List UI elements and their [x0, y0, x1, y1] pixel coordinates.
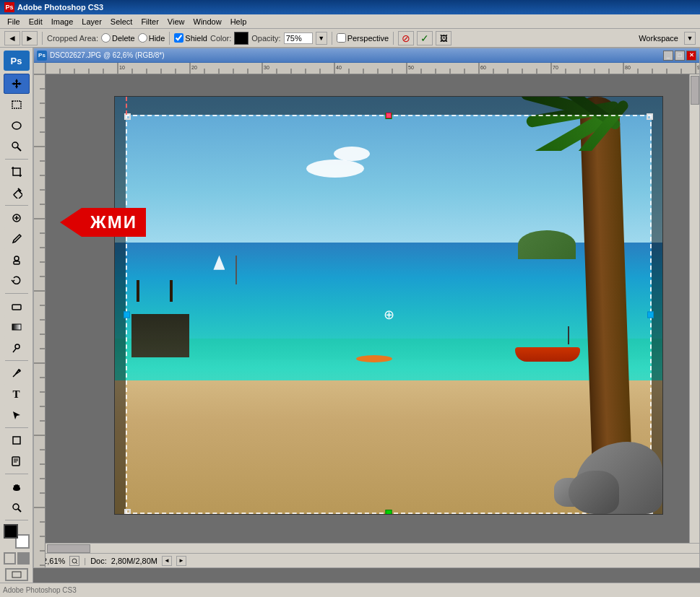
- tool-shape[interactable]: [4, 430, 30, 450]
- menu-window[interactable]: Window: [189, 16, 226, 27]
- crop-handle-image-top[interactable]: [386, 113, 392, 118]
- nav-left-icon[interactable]: ◄: [4, 31, 20, 45]
- status-next-btn[interactable]: ►: [176, 556, 186, 566]
- commit-button[interactable]: ✓: [417, 31, 433, 45]
- workspace-dropdown[interactable]: ▼: [684, 32, 696, 45]
- horizontal-scrollbar[interactable]: [46, 543, 699, 553]
- opacity-dropdown[interactable]: ▼: [316, 32, 327, 45]
- doc-size: 2,80M/2,80M: [111, 557, 157, 565]
- color-swatch[interactable]: [234, 32, 249, 45]
- sep2: [169, 32, 170, 45]
- v-scrollbar-thumb[interactable]: [691, 76, 699, 105]
- tool-clone-stamp[interactable]: [4, 250, 30, 270]
- shield-option[interactable]: Shield: [174, 33, 207, 43]
- title-bar: Ps Adobe Photoshop CS3: [0, 0, 700, 14]
- screen-toggle[interactable]: [5, 568, 28, 581]
- tool-gradient[interactable]: [4, 317, 30, 337]
- svg-line-31: [76, 562, 77, 564]
- color-label: Color:: [210, 34, 231, 43]
- tool-zoom[interactable]: [4, 497, 30, 518]
- vertical-scrollbar[interactable]: [689, 74, 699, 553]
- tool-crop[interactable]: [4, 162, 30, 182]
- pier-post1: [137, 280, 139, 302]
- svg-line-15: [13, 349, 16, 352]
- tool-path-select[interactable]: [4, 405, 30, 425]
- hide-radio[interactable]: [138, 33, 147, 43]
- tool-marquee[interactable]: [4, 95, 30, 115]
- cancel-button[interactable]: ⊘: [398, 31, 414, 45]
- h-scrollbar-thumb[interactable]: [47, 544, 90, 553]
- menu-edit[interactable]: Edit: [25, 16, 47, 27]
- tool-eyedropper[interactable]: [4, 183, 30, 203]
- perspective-checkbox[interactable]: [337, 33, 346, 43]
- menu-filter[interactable]: Filter: [137, 16, 163, 27]
- ruler-top: [46, 63, 699, 74]
- svg-line-4: [17, 147, 21, 151]
- delete-radio[interactable]: [101, 33, 111, 43]
- extra-icon[interactable]: 🖼: [436, 31, 451, 45]
- tool-move[interactable]: [4, 74, 30, 94]
- tool-sep1: [5, 159, 28, 160]
- main-area: Ps: [0, 48, 700, 583]
- menu-file[interactable]: File: [3, 16, 25, 27]
- doc-label: Doc:: [90, 557, 107, 565]
- foreground-color[interactable]: [4, 524, 18, 539]
- status-prev-btn[interactable]: ◄: [162, 556, 172, 566]
- svg-point-26: [13, 504, 19, 510]
- menu-select[interactable]: Select: [106, 16, 137, 27]
- ps-logo: Ps: [4, 51, 30, 71]
- cropped-area-label: Cropped Area:: [47, 34, 98, 43]
- tool-pen[interactable]: [4, 363, 30, 383]
- tool-brush[interactable]: [4, 229, 30, 249]
- app-title: Adobe Photoshop CS3: [17, 3, 103, 12]
- doc-title-left: Ps DSC02627.JPG @ 62,6% (RGB/8*): [37, 51, 165, 61]
- menu-image[interactable]: Image: [47, 16, 78, 27]
- tool-hand[interactable]: [4, 476, 30, 497]
- svg-rect-1: [12, 101, 21, 108]
- pier: [131, 314, 189, 357]
- document-title: DSC02627.JPG @ 62,6% (RGB/8*): [50, 51, 165, 59]
- boat: [515, 347, 580, 362]
- nav-right-icon[interactable]: ►: [22, 31, 38, 45]
- boat-mast: [568, 326, 569, 344]
- standard-mode[interactable]: [4, 552, 16, 565]
- tool-history[interactable]: [4, 271, 30, 291]
- tool-dodge[interactable]: [4, 338, 30, 358]
- quick-mask-mode[interactable]: [17, 552, 30, 565]
- minimize-button[interactable]: _: [663, 51, 673, 61]
- opacity-label: Opacity:: [251, 34, 280, 43]
- rock2: [569, 471, 619, 514]
- shield-checkbox[interactable]: [174, 33, 183, 43]
- zhmi-arrow-overlay: ЖМИ: [60, 208, 146, 237]
- perspective-option[interactable]: Perspective: [337, 33, 389, 43]
- options-bar: ◄ ► Cropped Area: Delete Hide Shield Col…: [0, 29, 700, 48]
- sep3: [332, 32, 332, 45]
- screen-mode-btn: [5, 568, 28, 581]
- tool-healing[interactable]: [4, 208, 30, 228]
- svg-point-16: [18, 370, 20, 372]
- ruler-left: [34, 74, 46, 567]
- menu-layer[interactable]: Layer: [77, 16, 106, 27]
- svg-point-10: [14, 256, 19, 261]
- tool-eraser[interactable]: [4, 296, 30, 316]
- canvas-image-area[interactable]: ⊕ ЖМИ: [46, 74, 699, 567]
- zoom-icon[interactable]: [69, 556, 79, 566]
- hide-option[interactable]: Hide: [138, 33, 165, 43]
- opacity-input[interactable]: [284, 32, 313, 44]
- doc-window-buttons: _ □ ✕: [663, 51, 696, 61]
- beach-image: ⊕: [114, 96, 663, 515]
- pier-post2: [170, 280, 173, 302]
- tool-sep2: [5, 205, 28, 206]
- svg-rect-12: [12, 305, 21, 310]
- menu-help[interactable]: Help: [226, 16, 251, 27]
- menu-view[interactable]: View: [163, 16, 189, 27]
- delete-option[interactable]: Delete: [101, 33, 135, 43]
- tool-quick-select[interactable]: [4, 136, 30, 157]
- tool-notes[interactable]: [4, 451, 30, 471]
- zhmi-text: ЖМИ: [82, 208, 146, 237]
- maximize-button[interactable]: □: [675, 51, 685, 61]
- tool-type[interactable]: T: [4, 384, 30, 404]
- svg-rect-28: [12, 572, 21, 578]
- tool-lasso[interactable]: [4, 116, 30, 136]
- close-button[interactable]: ✕: [686, 51, 696, 61]
